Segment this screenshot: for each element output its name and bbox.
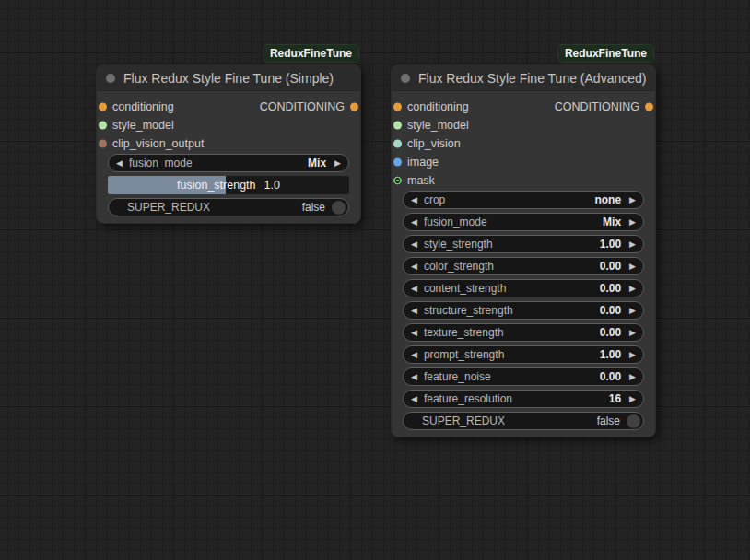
node-body: conditioningstyle_modelclip_vision_outpu…	[97, 91, 360, 223]
number-widget-structure_strength[interactable]: ◀structure_strength0.00▶	[403, 301, 644, 320]
input-slot: style_model	[392, 116, 655, 134]
left-arrow-icon[interactable]: ◀	[411, 262, 417, 271]
right-arrow-icon[interactable]: ▶	[629, 218, 636, 227]
right-arrow-icon[interactable]: ▶	[629, 285, 636, 293]
input-slot-label: style_model	[407, 119, 469, 132]
right-arrow-icon[interactable]: ▶	[629, 307, 636, 315]
input-slot: style_model	[97, 116, 360, 134]
output-slot: CONDITIONING	[555, 98, 655, 116]
input-slot-dot[interactable]	[393, 140, 402, 148]
left-arrow-icon[interactable]: ◀	[411, 351, 417, 359]
widget-value: false	[302, 201, 325, 214]
right-arrow-icon[interactable]: ▶	[334, 159, 341, 168]
input-slot: mask	[392, 171, 655, 190]
left-arrow-icon[interactable]: ◀	[411, 196, 417, 204]
left-arrow-icon[interactable]: ◀	[411, 329, 417, 337]
output-slot: CONDITIONING	[260, 98, 360, 116]
node-body: conditioningstyle_modelclip_visionimagem…	[392, 91, 655, 437]
toggle-widget-SUPER_REDUX[interactable]: SUPER_REDUXfalse	[108, 198, 349, 216]
input-slot-dot[interactable]	[393, 177, 402, 185]
output-slot-dot[interactable]	[350, 103, 358, 111]
widget-value: 1.0	[264, 179, 280, 192]
right-arrow-icon[interactable]: ▶	[629, 373, 636, 381]
input-slot-dot[interactable]	[99, 122, 107, 130]
left-arrow-icon[interactable]: ◀	[411, 373, 417, 381]
combo-widget-fusion_mode[interactable]: ◀fusion_modeMix▶	[108, 154, 349, 172]
number-widget-texture_strength[interactable]: ◀texture_strength0.00▶	[403, 323, 644, 342]
input-slot-label: clip_vision_output	[112, 137, 204, 150]
right-arrow-icon[interactable]: ▶	[629, 329, 636, 337]
right-arrow-icon[interactable]: ▶	[629, 262, 636, 271]
number-widget-feature_noise[interactable]: ◀feature_noise0.00▶	[403, 368, 644, 386]
input-slot-dot[interactable]	[393, 158, 402, 167]
collapse-dot-icon[interactable]	[401, 74, 410, 83]
widget-label: texture_strength	[424, 326, 600, 339]
widget-value: 0.00	[600, 370, 621, 383]
node-title: Flux Redux Style Fine Tune (Advanced)	[418, 71, 646, 86]
combo-widget-fusion_mode[interactable]: ◀fusion_modeMix▶	[403, 213, 644, 231]
input-slot-label: mask	[407, 174, 435, 187]
widget-value: false	[597, 414, 620, 427]
widget-value: 0.00	[600, 304, 621, 317]
widget-label: prompt_strength	[424, 348, 600, 361]
output-slot-dot[interactable]	[645, 103, 653, 111]
widget-label: color_strength	[424, 260, 600, 273]
widget-value: 1.00	[600, 348, 621, 361]
input-slot: clip_vision_output	[97, 134, 360, 153]
node-type-badge: ReduxFineTune	[263, 44, 359, 63]
widget-label: content_strength	[424, 282, 600, 295]
graph-node: Flux Redux Style Fine Tune (Simple)condi…	[96, 64, 361, 224]
widget-label: fusion_mode	[424, 216, 603, 228]
output-slot-label: CONDITIONING	[260, 100, 345, 113]
node-titlebar[interactable]: Flux Redux Style Fine Tune (Advanced)	[392, 65, 655, 91]
collapse-dot-icon[interactable]	[106, 74, 115, 83]
input-slot-dot[interactable]	[99, 140, 107, 148]
input-slot-dot[interactable]	[393, 122, 402, 130]
left-arrow-icon[interactable]: ◀	[411, 285, 417, 293]
left-arrow-icon[interactable]: ◀	[411, 218, 417, 227]
input-slot: image	[392, 153, 655, 171]
left-arrow-icon[interactable]: ◀	[116, 159, 123, 168]
graph-node: Flux Redux Style Fine Tune (Advanced)con…	[391, 64, 656, 438]
widget-value: none	[594, 193, 621, 206]
widget-label: fusion_mode	[129, 157, 308, 169]
input-slot-label: style_model	[112, 119, 174, 132]
number-widget-style_strength[interactable]: ◀style_strength1.00▶	[403, 235, 644, 253]
number-widget-content_strength[interactable]: ◀content_strength0.00▶	[403, 279, 644, 298]
right-arrow-icon[interactable]: ▶	[629, 395, 636, 403]
widget-label: crop	[424, 193, 594, 206]
output-slot-label: CONDITIONING	[555, 100, 639, 113]
widget-label: SUPER_REDUX	[422, 414, 597, 427]
right-arrow-icon[interactable]: ▶	[629, 196, 636, 204]
input-slot-label: conditioning	[112, 100, 174, 113]
slider-widget-fusion_strength[interactable]: fusion_strength1.0	[108, 176, 349, 194]
toggle-widget-SUPER_REDUX[interactable]: SUPER_REDUXfalse	[403, 412, 644, 430]
widget-list: ◀fusion_modeMix▶fusion_strength1.0SUPER_…	[97, 154, 360, 216]
node-title: Flux Redux Style Fine Tune (Simple)	[123, 71, 334, 86]
node-titlebar[interactable]: Flux Redux Style Fine Tune (Simple)	[97, 65, 360, 91]
widget-value: Mix	[603, 216, 621, 228]
number-widget-color_strength[interactable]: ◀color_strength0.00▶	[403, 257, 644, 275]
left-arrow-icon[interactable]: ◀	[411, 307, 417, 315]
input-slot-label: clip_vision	[407, 137, 461, 150]
widget-value: 16	[609, 392, 621, 405]
input-slot-dot[interactable]	[99, 103, 107, 111]
input-slot-dot[interactable]	[393, 103, 402, 111]
toggle-knob[interactable]	[627, 414, 640, 428]
number-widget-feature_resolution[interactable]: ◀feature_resolution16▶	[403, 390, 644, 408]
widget-label: fusion_strength	[177, 179, 255, 192]
node-graph-canvas[interactable]: ReduxFineTuneFlux Redux Style Fine Tune …	[0, 0, 750, 560]
left-arrow-icon[interactable]: ◀	[411, 395, 417, 403]
number-widget-prompt_strength[interactable]: ◀prompt_strength1.00▶	[403, 345, 644, 364]
widget-list: ◀cropnone▶◀fusion_modeMix▶◀style_strengt…	[392, 191, 655, 430]
left-arrow-icon[interactable]: ◀	[411, 240, 417, 249]
right-arrow-icon[interactable]: ▶	[629, 240, 636, 249]
widget-value: Mix	[308, 157, 326, 169]
widget-value: 0.00	[600, 260, 621, 273]
combo-widget-crop[interactable]: ◀cropnone▶	[403, 191, 644, 209]
widget-value: 1.00	[600, 238, 621, 251]
toggle-knob[interactable]	[332, 201, 346, 215]
input-slot-label: image	[407, 156, 439, 169]
right-arrow-icon[interactable]: ▶	[629, 351, 636, 359]
input-slot-label: conditioning	[407, 100, 469, 113]
